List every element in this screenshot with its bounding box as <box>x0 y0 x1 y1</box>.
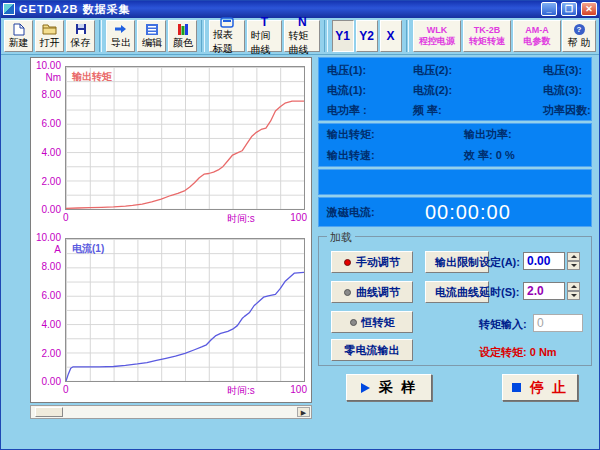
save-floppy-icon <box>75 22 87 36</box>
stop-button-label: 停 止 <box>530 379 568 397</box>
new-button[interactable]: 新建 <box>4 20 33 52</box>
y-tick: 6.00 <box>31 118 61 129</box>
delay-input[interactable]: 2.0 <box>523 282 565 300</box>
wlk-power-button[interactable]: WLK 程控电源 <box>413 20 461 52</box>
toolbar-separator <box>201 20 204 52</box>
torque-curve-line <box>66 67 304 209</box>
efficiency: 效 率: 0 % <box>464 148 591 163</box>
y-tick: 2.00 <box>31 348 61 359</box>
chart-panel: 10.00 Nm 8.00 6.00 4.00 2.00 0.00 输出转矩 0… <box>30 57 312 403</box>
time-curve-button-label: 时间曲线 <box>251 29 279 57</box>
y2-axis-button[interactable]: Y2 <box>356 20 378 52</box>
horizontal-scrollbar[interactable]: ▶ <box>30 405 312 419</box>
tk2b-torque-speed-button[interactable]: TK-2B 转矩转速 <box>463 20 511 52</box>
set-current-spinner[interactable] <box>567 252 580 270</box>
torque-curve-button[interactable]: N 转矩曲线 <box>284 20 320 52</box>
scrollbar-thumb[interactable] <box>35 407 63 417</box>
y-tick: 10.00 <box>31 60 61 71</box>
torque-input-label: 转矩输入: <box>479 317 527 332</box>
current3-label: 电流(3): <box>543 83 591 98</box>
x-axis-label: 时间:s <box>227 384 255 398</box>
x-axis-label: 时间:s <box>227 212 255 226</box>
y-tick: 4.00 <box>31 319 61 330</box>
load-groupbox-title: 加载 <box>327 230 355 245</box>
play-icon <box>361 383 370 393</box>
spinner-up-icon[interactable] <box>567 282 580 291</box>
color-bars-icon <box>177 22 189 36</box>
set-torque-value: 0 Nm <box>530 346 557 358</box>
excitation-section: 激磁电流: 00:00:00 <box>318 197 592 227</box>
electrical-section: 电压(1): 电压(2): 电压(3): 电流(1): 电流(2): 电流(3)… <box>318 57 592 121</box>
current-row: 电流(1): 电流(2): 电流(3): <box>319 80 591 100</box>
y1-axis-button[interactable]: Y1 <box>332 20 354 52</box>
excitation-current-label: 激磁电流: <box>327 205 375 220</box>
torque-chart: 10.00 Nm 8.00 6.00 4.00 2.00 0.00 输出转矩 0… <box>31 60 311 228</box>
save-button-label: 保存 <box>71 36 91 50</box>
current-curve-line <box>66 239 304 381</box>
set-torque-readout: 设定转矩: 0 Nm <box>479 345 557 360</box>
spinner-down-icon[interactable] <box>567 261 580 270</box>
manual-adjust-button[interactable]: 手动调节 <box>331 251 413 273</box>
ama-line1: AM-A <box>525 25 549 36</box>
elapsed-timer: 00:00:00 <box>375 201 591 224</box>
torque-input-field[interactable]: 0 <box>533 314 583 332</box>
restore-button[interactable]: ❐ <box>561 2 577 16</box>
sample-button-label: 采 样 <box>379 379 417 397</box>
load-groupbox: 加载 手动调节 曲线调节 恒转矩 输出限制 电流曲线 零电流输出 设定(A): … <box>318 236 592 366</box>
torque-plot-area: 输出转矩 <box>65 66 305 210</box>
ama-line2: 电参数 <box>524 36 551 47</box>
output-row2: 输出转速: 效 率: 0 % <box>319 145 591 166</box>
close-button[interactable]: ✕ <box>581 2 597 16</box>
voltage3-label: 电压(3): <box>543 63 591 78</box>
save-button[interactable]: 保存 <box>66 20 95 52</box>
wlk-power-line2: 程控电源 <box>419 36 455 47</box>
ama-params-button[interactable]: AM-A 电参数 <box>513 20 561 52</box>
export-button[interactable]: 导出 <box>106 20 135 52</box>
spinner-up-icon[interactable] <box>567 252 580 261</box>
help-button[interactable]: ? 帮 助 <box>562 20 596 52</box>
y-tick: 8.00 <box>31 89 61 100</box>
manual-adjust-label: 手动调节 <box>356 255 400 270</box>
edit-button[interactable]: 编辑 <box>137 20 166 52</box>
torque-curve-button-label: 转矩曲线 <box>288 29 316 57</box>
spinner-down-icon[interactable] <box>567 291 580 300</box>
output-speed-label: 输出转速: <box>327 148 464 163</box>
delay-spinner[interactable] <box>567 282 580 300</box>
report-title-button-label: 报表标题 <box>213 28 241 56</box>
scrollbar-right-arrow[interactable]: ▶ <box>297 407 310 417</box>
curve-adjust-button[interactable]: 曲线调节 <box>331 281 413 303</box>
time-curve-icon: T <box>261 15 268 29</box>
color-button[interactable]: 颜色 <box>168 20 197 52</box>
constant-torque-label: 恒转矩 <box>362 315 395 330</box>
app-icon <box>3 3 15 15</box>
open-button[interactable]: 打开 <box>35 20 64 52</box>
voltage2-label: 电压(2): <box>413 63 543 78</box>
current-chart: 10.00 A 8.00 6.00 4.00 2.00 0.00 电流(1) 0… <box>31 232 311 400</box>
report-title-button[interactable]: 报表标题 <box>209 20 245 52</box>
open-button-label: 打开 <box>40 36 60 50</box>
set-current-input[interactable]: 0.00 <box>523 252 565 270</box>
set-torque-label: 设定转矩: <box>479 346 527 358</box>
stop-button[interactable]: 停 止 <box>502 374 578 401</box>
toolbar-separator <box>99 20 102 52</box>
efficiency-label: 效 率: <box>464 149 493 161</box>
y-axis-unit: Nm <box>31 72 61 83</box>
empty-section <box>318 169 592 195</box>
time-curve-button[interactable]: T 时间曲线 <box>247 20 283 52</box>
power-row: 电功率 : 频 率: 功率因数: <box>319 100 591 120</box>
constant-torque-button[interactable]: 恒转矩 <box>331 311 413 333</box>
power-factor-label: 功率因数: <box>543 103 591 118</box>
minimize-button[interactable]: _ <box>541 2 557 16</box>
y-axis-unit: A <box>31 244 61 255</box>
toolbar-separator <box>324 20 327 52</box>
x-axis-button[interactable]: X <box>380 20 402 52</box>
stop-square-icon <box>512 383 521 392</box>
efficiency-value: 0 % <box>496 149 515 161</box>
export-button-label: 导出 <box>111 36 131 50</box>
torque-curve-icon: N <box>298 15 307 29</box>
y-tick: 6.00 <box>31 290 61 301</box>
export-arrow-icon <box>114 22 127 36</box>
sample-button[interactable]: 采 样 <box>346 374 432 401</box>
zero-current-output-button[interactable]: 零电流输出 <box>331 339 413 361</box>
new-file-icon <box>13 22 25 36</box>
